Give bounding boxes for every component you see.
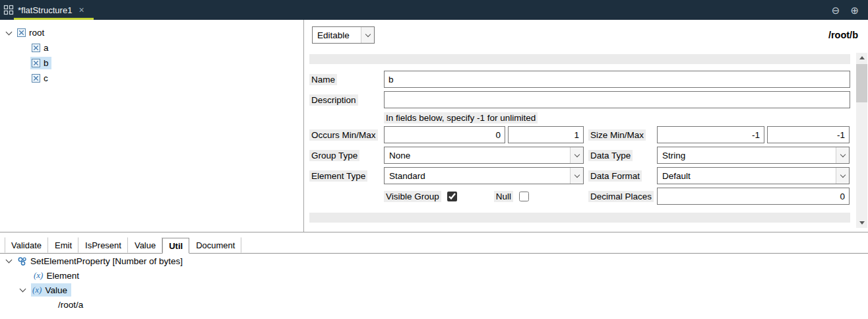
util-item-label: /root/a bbox=[58, 300, 83, 310]
tab-util[interactable]: Util bbox=[162, 238, 189, 254]
decimal-places-input[interactable] bbox=[657, 188, 850, 205]
document-tab[interactable]: *flatStructure1 × bbox=[0, 0, 92, 20]
document-tab-label: *flatStructure1 bbox=[18, 5, 72, 15]
description-row: Description bbox=[309, 91, 850, 108]
tab-validate[interactable]: Validate bbox=[5, 237, 48, 253]
description-input[interactable] bbox=[384, 91, 850, 108]
selected-tree-item: b bbox=[30, 57, 51, 69]
tab-value[interactable]: Value bbox=[128, 237, 162, 253]
titlebar-actions: ⊖ ⊕ bbox=[832, 5, 859, 15]
bottom-panel: Validate Emit IsPresent Value Util Docum… bbox=[0, 232, 868, 319]
util-item-label: Element bbox=[46, 271, 79, 281]
chevron-down-icon bbox=[836, 147, 849, 163]
util-tree-item-value[interactable]: (x) Value bbox=[0, 283, 868, 297]
structure-file-icon bbox=[3, 5, 14, 15]
name-input[interactable] bbox=[384, 71, 850, 88]
titlebar: *flatStructure1 × ⊖ ⊕ bbox=[0, 0, 868, 20]
util-item-label: Value bbox=[45, 285, 67, 295]
variable-icon: (x) bbox=[34, 270, 43, 281]
tab-document[interactable]: Document bbox=[189, 237, 241, 253]
size-minmax-label: Size Min/Max bbox=[588, 129, 646, 141]
element-icon bbox=[32, 44, 40, 52]
tree-item-b[interactable]: b bbox=[0, 55, 303, 71]
chevron-down-icon bbox=[570, 168, 583, 184]
expand-all-icon[interactable]: ⊕ bbox=[850, 5, 859, 15]
data-format-label: Data Format bbox=[588, 170, 642, 182]
main-area: root a b bbox=[0, 20, 868, 232]
scrollbar-track[interactable] bbox=[856, 53, 867, 228]
tab-close-icon[interactable]: × bbox=[78, 5, 84, 15]
flat-structure-editor-window: *flatStructure1 × ⊖ ⊕ root bbox=[0, 0, 868, 319]
chevron-down-icon bbox=[570, 147, 583, 163]
property-form: Name Description In fields below, specif… bbox=[309, 54, 850, 223]
tree-item-label: c bbox=[44, 73, 48, 83]
element-type-value: Standard bbox=[385, 171, 570, 181]
chevron-down-icon bbox=[361, 27, 374, 43]
selected-util-item: (x) Value bbox=[31, 283, 71, 297]
property-panel-header: Editable /root/b bbox=[304, 20, 868, 50]
util-item-label: SetElementProperty [Number of bytes] bbox=[30, 256, 183, 266]
decimal-places-label: Decimal Places bbox=[588, 191, 654, 202]
tree-item-label: a bbox=[44, 43, 49, 53]
tree-item-root[interactable]: root bbox=[0, 25, 303, 40]
tree-item-label: root bbox=[29, 28, 44, 38]
group-type-value: None bbox=[385, 151, 570, 160]
chevron-down-icon bbox=[836, 168, 849, 184]
element-icon bbox=[32, 74, 40, 83]
mode-dropdown[interactable]: Editable bbox=[312, 26, 375, 44]
element-path: /root/b bbox=[828, 30, 858, 40]
data-format-dropdown[interactable]: Default bbox=[657, 167, 850, 184]
name-label: Name bbox=[309, 74, 337, 85]
section-band-bottom bbox=[309, 213, 850, 223]
null-label: Null bbox=[494, 191, 513, 202]
group-type-dropdown[interactable]: None bbox=[384, 147, 584, 164]
section-band-top bbox=[309, 54, 850, 64]
data-format-value: Default bbox=[658, 171, 836, 181]
variable-icon: (x) bbox=[32, 285, 42, 295]
element-icon bbox=[17, 28, 26, 37]
group-data-type-row: Group Type None Data Type String bbox=[309, 147, 850, 164]
occurs-minmax-label: Occurs Min/Max bbox=[309, 129, 378, 141]
tab-ispresent[interactable]: IsPresent bbox=[78, 237, 128, 253]
element-type-format-row: Element Type Standard Data Format Defaul… bbox=[309, 167, 850, 184]
visible-group-label: Visible Group bbox=[384, 191, 441, 202]
util-tree-item-setelementproperty[interactable]: SetElementProperty [Number of bytes] bbox=[0, 254, 868, 268]
property-panel: Editable /root/b Name Description In bbox=[304, 20, 868, 232]
tree-item-c[interactable]: c bbox=[0, 71, 303, 86]
scroll-up-button[interactable] bbox=[856, 53, 867, 63]
chevron-down-icon[interactable] bbox=[5, 29, 13, 37]
scroll-down-button[interactable] bbox=[856, 218, 867, 228]
size-min-input[interactable] bbox=[657, 126, 764, 143]
collapse-all-icon[interactable]: ⊖ bbox=[832, 5, 840, 15]
data-type-dropdown[interactable]: String bbox=[657, 147, 850, 164]
data-type-value: String bbox=[658, 151, 836, 160]
tree-item-label: b bbox=[44, 58, 49, 68]
occurs-max-input[interactable] bbox=[508, 126, 584, 143]
tree-item-a[interactable]: a bbox=[0, 40, 303, 55]
occurs-min-input[interactable] bbox=[384, 126, 505, 143]
structure-tree-panel: root a b bbox=[0, 20, 304, 232]
data-type-label: Data Type bbox=[588, 150, 633, 161]
chevron-down-icon[interactable] bbox=[19, 286, 27, 294]
util-tree-item-element[interactable]: (x) Element bbox=[0, 268, 868, 283]
name-row: Name bbox=[309, 71, 850, 88]
mode-dropdown-value: Editable bbox=[313, 30, 361, 40]
occurs-size-row: Occurs Min/Max Size Min/Max bbox=[309, 126, 850, 143]
null-checkbox[interactable] bbox=[519, 192, 529, 201]
unlimited-note: In fields below, specify -1 for unlimite… bbox=[384, 112, 538, 124]
description-label: Description bbox=[309, 94, 358, 106]
note-row: In fields below, specify -1 for unlimite… bbox=[309, 112, 850, 124]
scroll-thumb[interactable] bbox=[856, 64, 867, 102]
size-max-input[interactable] bbox=[767, 126, 850, 143]
element-type-dropdown[interactable]: Standard bbox=[384, 167, 584, 184]
element-icon bbox=[32, 59, 40, 67]
visible-group-checkbox[interactable] bbox=[447, 192, 457, 201]
method-icon bbox=[17, 256, 27, 266]
chevron-down-icon[interactable] bbox=[5, 257, 13, 265]
checkbox-zone: Visible Group Null bbox=[384, 191, 584, 202]
element-type-label: Element Type bbox=[309, 170, 367, 182]
group-type-label: Group Type bbox=[309, 150, 359, 161]
tab-emit[interactable]: Emit bbox=[48, 237, 78, 253]
util-tree-item-root-a[interactable]: /root/a bbox=[0, 297, 868, 312]
bottom-tab-strip: Validate Emit IsPresent Value Util Docum… bbox=[0, 232, 868, 254]
